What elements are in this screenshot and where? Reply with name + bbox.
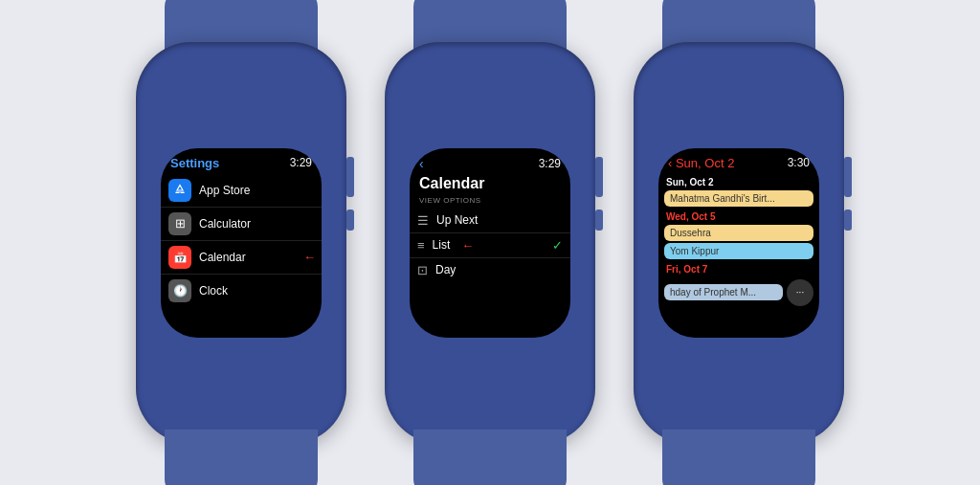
menu-item-appstore[interactable]: App Store [161, 174, 322, 208]
menu-item-calculator[interactable]: ⊞ Calculator [161, 208, 322, 241]
appstore-icon [168, 179, 191, 202]
more-button[interactable]: ··· [787, 279, 813, 306]
w2-menu-list[interactable]: ≡ List ← ✓ [410, 233, 570, 258]
calendar-icon: 📅 [168, 246, 191, 269]
watch-case-2: ‹ 3:29 Calendar VIEW OPTIONS ☰ Up Next ≡… [385, 42, 595, 444]
watch-crown-1 [346, 157, 354, 197]
watch-screen-3: Sun, Oct 2 3:30 Sun, Oct 2 Mahatma Gandh… [658, 148, 819, 338]
list-icon: ≡ [417, 238, 425, 253]
calendar-arrow: ← [303, 250, 316, 264]
day-label: Day [435, 263, 456, 276]
day-sun-oct2: Sun, Oct 2 [658, 174, 819, 188]
day-fri-oct7: Fri, Oct 7 [658, 261, 819, 276]
w3-time: 3:30 [788, 156, 810, 169]
screen-content-1: Settings 3:29 App Store ⊞ [161, 148, 322, 338]
event-gandhi: Mahatma Gandhi's Birt... [664, 190, 813, 207]
band-bottom-1 [165, 430, 318, 486]
list-check: ✓ [552, 238, 563, 253]
w3-back-btn[interactable]: Sun, Oct 2 [668, 156, 734, 170]
menu-item-calendar[interactable]: 📅 Calendar ← [161, 241, 322, 275]
day-wed-oct5: Wed, Oct 5 [658, 209, 819, 223]
watch-case-1: Settings 3:29 App Store ⊞ [136, 42, 346, 444]
calendar-label: Calendar [199, 251, 246, 264]
w2-menu-upnext[interactable]: ☰ Up Next [410, 209, 570, 233]
watch-3: Sun, Oct 2 3:30 Sun, Oct 2 Mahatma Gandh… [634, 42, 844, 444]
w2-menu-day[interactable]: ⊡ Day [410, 258, 570, 282]
screen-content-2: ‹ 3:29 Calendar VIEW OPTIONS ☰ Up Next ≡… [410, 148, 570, 338]
list-label: List [433, 238, 451, 252]
watch-screen-1: Settings 3:29 App Store ⊞ [161, 148, 322, 338]
w2-title: Calendar [410, 173, 570, 194]
band-bottom-2 [413, 430, 567, 486]
event-yom-kippur: Yom Kippur [664, 243, 813, 259]
calculator-icon: ⊞ [168, 212, 191, 235]
day-icon: ⊡ [417, 263, 428, 277]
upnext-icon: ☰ [417, 213, 429, 228]
watch-2: ‹ 3:29 Calendar VIEW OPTIONS ☰ Up Next ≡… [385, 42, 595, 444]
watch-crown-2 [595, 157, 603, 197]
watch-btn-1 [346, 209, 354, 231]
w2-back-btn[interactable]: ‹ [419, 156, 424, 171]
calculator-label: Calculator [199, 217, 251, 231]
clock-icon: 🕐 [168, 279, 191, 302]
w2-time: 3:29 [539, 157, 561, 170]
event-prophet: hday of Prophet M... [664, 284, 783, 300]
appstore-label: App Store [199, 184, 250, 197]
w1-time: 3:29 [290, 156, 312, 169]
band-bottom-3 [662, 430, 815, 486]
w3-header: Sun, Oct 2 3:30 [658, 148, 819, 174]
w1-title: Settings [170, 156, 219, 170]
w2-section: VIEW OPTIONS [410, 194, 570, 209]
watch-btn-2 [595, 209, 603, 231]
event-dussehra: Dussehra [664, 225, 813, 241]
screen-content-3: Sun, Oct 2 3:30 Sun, Oct 2 Mahatma Gandh… [658, 148, 819, 338]
w1-header: Settings 3:29 [161, 148, 322, 174]
w2-header: ‹ 3:29 [410, 148, 570, 173]
watch-btn-3 [844, 209, 852, 231]
clock-label: Clock [199, 284, 228, 298]
list-arrow: ← [461, 238, 474, 253]
watch-case-3: Sun, Oct 2 3:30 Sun, Oct 2 Mahatma Gandh… [634, 42, 844, 444]
upnext-label: Up Next [436, 213, 478, 227]
watch-1: Settings 3:29 App Store ⊞ [136, 42, 346, 444]
menu-item-clock[interactable]: 🕐 Clock [161, 275, 322, 307]
watch-screen-2: ‹ 3:29 Calendar VIEW OPTIONS ☰ Up Next ≡… [410, 148, 570, 338]
watch-crown-3 [844, 157, 852, 197]
